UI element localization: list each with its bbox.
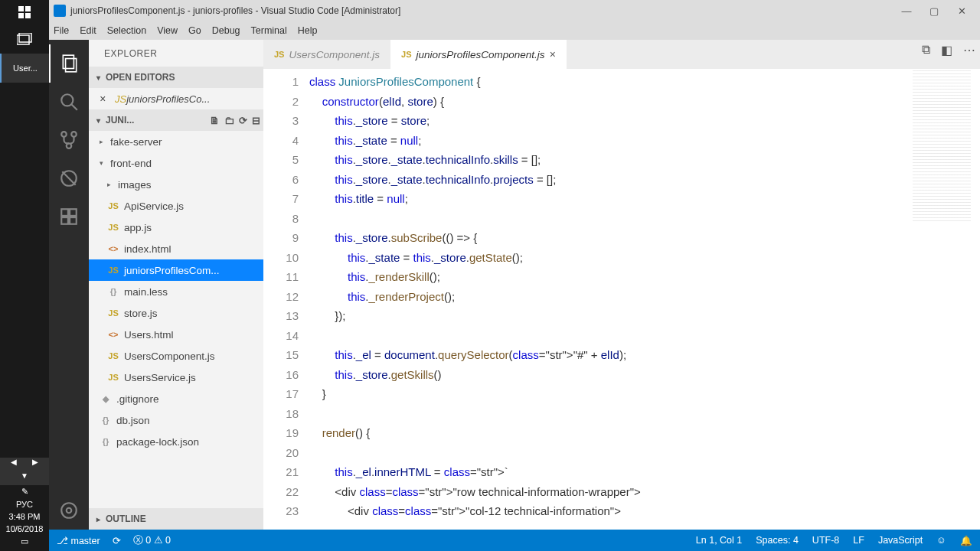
svg-point-8 xyxy=(61,94,73,106)
tab-juniorsProfilesComponent.js[interactable]: JSjuniorsProfilesComponent.js× xyxy=(390,40,567,69)
taskbar-app-vscode[interactable]: User... xyxy=(0,54,49,83)
menu-file[interactable]: File xyxy=(54,25,69,36)
menu-go[interactable]: Go xyxy=(188,25,201,36)
maximize-button[interactable]: ▢ xyxy=(920,5,948,17)
split-editor-icon[interactable]: ◧ xyxy=(941,43,952,57)
menu-terminal[interactable]: Terminal xyxy=(251,25,287,36)
svg-rect-18 xyxy=(70,217,77,224)
titlebar: juniorsProfilesComponent.js - juniors-pr… xyxy=(49,0,980,21)
close-button[interactable]: ✕ xyxy=(948,5,975,17)
activity-settings[interactable] xyxy=(49,491,89,530)
folder-front-end[interactable]: ▾front-end xyxy=(89,152,263,174)
open-editors-header[interactable]: ▾OPEN EDITORS xyxy=(89,67,263,88)
svg-rect-2 xyxy=(18,13,24,18)
outline-header[interactable]: ▸OUTLINE xyxy=(89,508,263,530)
menu-selection[interactable]: Selection xyxy=(107,25,146,36)
close-icon[interactable]: × xyxy=(550,48,556,60)
taskbar-scroll-down[interactable]: ▼ xyxy=(0,471,49,485)
activity-search[interactable] xyxy=(49,83,89,121)
file-app.js[interactable]: JSapp.js xyxy=(89,217,263,238)
window-title: juniorsProfilesComponent.js - juniors-pr… xyxy=(70,5,400,16)
file-.gitignore[interactable]: ◆.gitignore xyxy=(89,388,263,409)
file-package-lock.json[interactable]: {}package-lock.json xyxy=(89,431,263,452)
activity-extensions[interactable] xyxy=(49,197,89,236)
activity-source-control[interactable] xyxy=(49,121,89,159)
refresh-icon[interactable]: ⟳ xyxy=(239,115,247,126)
new-file-icon[interactable]: 🗎 xyxy=(210,115,220,126)
taskbar-touch-keyboard[interactable]: ✎ xyxy=(0,485,49,498)
task-view-button[interactable] xyxy=(0,24,49,54)
tab-UsersComponent.js[interactable]: JSUsersComponent.js xyxy=(263,40,390,69)
status-encoding[interactable]: UTF-8 xyxy=(812,535,839,546)
sidebar-title: EXPLORER xyxy=(89,40,263,67)
menu-edit[interactable]: Edit xyxy=(80,25,96,36)
menu-help[interactable]: Help xyxy=(298,25,318,36)
collapse-icon[interactable]: ⊟ xyxy=(252,115,260,126)
new-folder-icon[interactable]: 🗀 xyxy=(224,115,234,126)
file-db.json[interactable]: {}db.json xyxy=(89,409,263,431)
file-Users.html[interactable]: <>Users.html xyxy=(89,324,263,345)
file-UsersComponent.js[interactable]: JSUsersComponent.js xyxy=(89,345,263,367)
status-spaces[interactable]: Spaces: 4 xyxy=(756,535,799,546)
vscode-icon xyxy=(54,5,66,17)
svg-rect-15 xyxy=(61,209,68,216)
windows-start-button[interactable] xyxy=(0,0,49,24)
menubar: FileEditSelectionViewGoDebugTerminalHelp xyxy=(49,21,980,40)
taskbar-language[interactable]: РУС xyxy=(0,498,49,510)
close-icon[interactable]: × xyxy=(100,93,112,105)
svg-rect-6 xyxy=(63,55,74,68)
file-UsersService.js[interactable]: JSUsersService.js xyxy=(89,367,263,388)
svg-point-11 xyxy=(71,132,77,137)
open-editor-item[interactable]: ×JS juniorsProfilesCo... xyxy=(89,88,263,109)
status-bell-icon[interactable]: 🔔 xyxy=(960,535,972,546)
svg-rect-7 xyxy=(66,59,77,72)
file-store.js[interactable]: JSstore.js xyxy=(89,302,263,324)
svg-rect-0 xyxy=(18,6,24,11)
compare-changes-icon[interactable]: ⧉ xyxy=(922,43,930,57)
file-main.less[interactable]: {}main.less xyxy=(89,281,263,302)
activity-debug[interactable] xyxy=(49,159,89,197)
taskbar-date: 10/6/2018 xyxy=(0,523,49,535)
svg-point-19 xyxy=(67,508,72,514)
folder-images[interactable]: ▸images xyxy=(89,174,263,195)
svg-rect-1 xyxy=(25,6,31,11)
minimize-button[interactable]: — xyxy=(893,5,920,17)
svg-line-9 xyxy=(71,104,77,110)
more-actions-icon[interactable]: ⋯ xyxy=(963,43,975,57)
status-eol[interactable]: LF xyxy=(853,535,864,546)
taskbar-clock[interactable]: 3:48 PM xyxy=(0,510,49,523)
status-feedback-icon[interactable]: ☺ xyxy=(936,535,946,546)
status-sync[interactable]: ⟳ xyxy=(113,535,121,546)
svg-rect-17 xyxy=(61,217,68,224)
file-ApiService.js[interactable]: JSApiService.js xyxy=(89,195,263,217)
status-cursor[interactable]: Ln 1, Col 1 xyxy=(696,535,742,546)
file-juniorsProfilesCom...[interactable]: JSjuniorsProfilesCom... xyxy=(89,259,263,281)
svg-rect-16 xyxy=(70,209,77,216)
status-problems[interactable]: ⓧ 0 ⚠ 0 xyxy=(133,534,171,547)
menu-view[interactable]: View xyxy=(157,25,178,36)
folder-fake-server[interactable]: ▸fake-server xyxy=(89,131,263,152)
taskbar-notifications[interactable]: ▭ xyxy=(0,535,49,548)
file-index.html[interactable]: <>index.html xyxy=(89,238,263,259)
activity-explorer[interactable] xyxy=(49,44,89,83)
svg-line-14 xyxy=(62,171,75,184)
menu-debug[interactable]: Debug xyxy=(212,25,240,36)
status-language[interactable]: JavaScript xyxy=(878,535,923,546)
status-branch[interactable]: ⎇ master xyxy=(57,535,100,546)
svg-point-10 xyxy=(61,132,67,137)
minimap[interactable] xyxy=(913,70,971,223)
taskbar-scroll-left[interactable]: ◀ ▶ xyxy=(0,458,49,471)
svg-point-20 xyxy=(61,503,77,518)
svg-rect-3 xyxy=(25,13,31,18)
project-header[interactable]: ▾JUNI... 🗎 🗀 ⟳ ⊟ xyxy=(89,109,263,131)
